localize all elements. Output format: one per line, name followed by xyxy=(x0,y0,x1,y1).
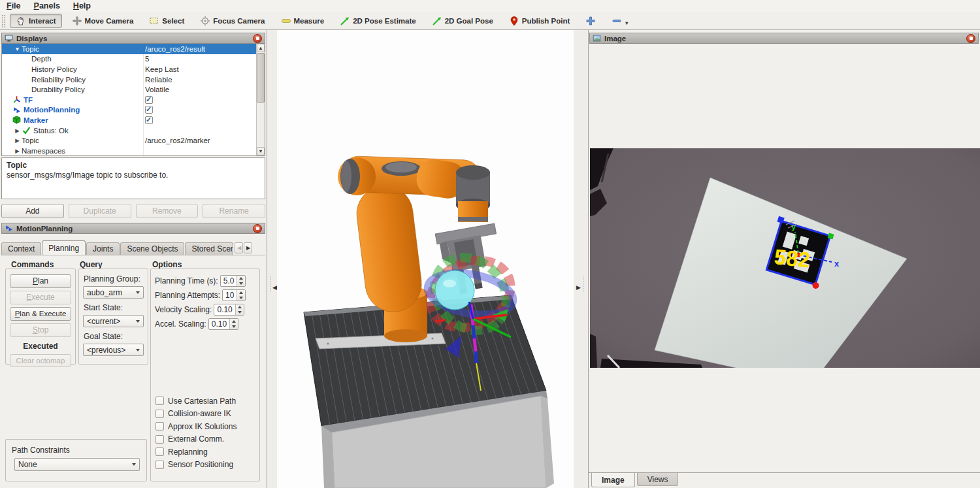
image-panel-header[interactable]: Image xyxy=(589,33,979,44)
spinner-arrows[interactable] xyxy=(237,276,245,286)
planning-attempts-row: Planning Attempts:10 xyxy=(155,289,255,301)
dropdown-caret-icon[interactable]: ▾ xyxy=(625,20,628,26)
tool-2d-pose-estimate[interactable]: 2D Pose Estimate xyxy=(334,14,422,28)
tree-row-status-ok[interactable]: ▶Status: Ok xyxy=(2,125,256,136)
menu-panels[interactable]: Panels xyxy=(33,1,67,11)
spinner-arrows[interactable] xyxy=(237,290,245,301)
tool-focus-camera[interactable]: Focus Camera xyxy=(194,14,270,28)
accel-scaling-spinner[interactable]: 0.10 xyxy=(208,318,238,330)
tree-row-durability-policy[interactable]: Durability PolicyVolatile xyxy=(2,84,256,95)
tab-joints[interactable]: Joints xyxy=(86,242,120,255)
path-constraints-combo[interactable]: None xyxy=(14,458,140,471)
enabled-checkbox[interactable] xyxy=(145,116,153,124)
collapse-left-arrow-icon[interactable]: ◀ xyxy=(272,284,277,291)
rename-button[interactable]: Rename xyxy=(203,204,265,218)
tool-2d-goal-pose[interactable]: 2D Goal Pose xyxy=(426,14,499,28)
spin-up-icon[interactable] xyxy=(237,276,245,281)
add-button[interactable]: Add xyxy=(1,204,64,218)
planning-attempts-spinner[interactable]: 10 xyxy=(222,289,246,301)
use-cartesian-path-checkbox[interactable] xyxy=(155,397,164,405)
menu-help[interactable]: Help xyxy=(72,1,97,11)
plan-button[interactable]: Plan xyxy=(10,274,71,288)
image-close-button[interactable] xyxy=(966,34,975,43)
motionplanning-panel-header[interactable]: MotionPlanning xyxy=(1,223,265,234)
start-state-combo[interactable]: <current> xyxy=(83,315,144,327)
planning-group-label: Planning Group: xyxy=(84,274,144,284)
tool-publish-point[interactable]: Publish Point xyxy=(503,14,576,28)
spinner-arrows[interactable] xyxy=(235,304,244,315)
property-help-title: Topic xyxy=(7,161,260,170)
tab-context[interactable]: Context xyxy=(1,242,41,255)
external-comm-checkbox[interactable] xyxy=(155,435,164,444)
enabled-checkbox[interactable] xyxy=(145,96,153,104)
spin-down-icon[interactable] xyxy=(237,281,245,286)
tool-move-camera[interactable]: Move Camera xyxy=(66,14,140,28)
external-comm-checkbox-row: External Comm. xyxy=(155,435,237,444)
tree-row-topic[interactable]: ▶Topic/aruco_ros2/marker xyxy=(2,135,256,146)
tree-row-motionplanning[interactable]: MotionPlanning xyxy=(2,105,256,116)
displays-panel-header[interactable]: Displays xyxy=(1,33,265,44)
tab-planning[interactable]: Planning xyxy=(42,240,86,255)
execute-button[interactable]: Execute xyxy=(10,291,71,304)
expander-closed-icon[interactable]: ▶ xyxy=(13,127,22,134)
left-splitter[interactable]: ◀ xyxy=(267,30,277,488)
bottom-tab-image[interactable]: Image xyxy=(591,473,635,487)
stop-button[interactable]: Stop xyxy=(10,323,71,337)
displays-close-button[interactable] xyxy=(253,34,262,43)
spin-up-icon[interactable] xyxy=(236,304,244,310)
tool-add-tool-icon[interactable] xyxy=(580,14,602,28)
3d-viewport[interactable] xyxy=(277,30,574,488)
tool-label: 2D Pose Estimate xyxy=(353,17,416,25)
tab-scroll-right-icon[interactable]: ▶ xyxy=(244,242,252,253)
tree-row-tf[interactable]: TF xyxy=(2,95,256,105)
sensor-positioning-checkbox[interactable] xyxy=(155,461,164,469)
tree-row-reliability-policy[interactable]: Reliability PolicyReliable xyxy=(2,74,256,85)
tree-row-namespaces[interactable]: ▶Namespaces xyxy=(2,146,256,156)
tool-select[interactable]: Select xyxy=(143,14,190,28)
spinner-arrows[interactable] xyxy=(229,319,238,329)
expander-closed-icon[interactable]: ▶ xyxy=(13,137,22,144)
tree-row-topic[interactable]: ▼Topic/aruco_ros2/result xyxy=(2,44,256,54)
collision-aware-ik-checkbox[interactable] xyxy=(155,410,164,418)
spin-up-icon[interactable] xyxy=(230,319,238,324)
clear-octomap-button[interactable]: Clear octomap xyxy=(10,354,71,367)
right-splitter[interactable]: ▶ xyxy=(574,30,588,488)
tree-value: /aruco_ros2/result xyxy=(145,45,205,53)
spin-down-icon[interactable] xyxy=(230,324,238,329)
tree-row-depth[interactable]: Depth5 xyxy=(2,54,256,65)
tree-row-marker[interactable]: Marker xyxy=(2,115,256,125)
displays-tree-scrollbar[interactable]: ▲ ▼ xyxy=(256,44,265,155)
tool-remove-tool-icon[interactable]: ▾ xyxy=(606,14,634,28)
spinner-label: Planning Time (s): xyxy=(155,276,218,285)
image-icon xyxy=(593,34,601,42)
tool-interact[interactable]: Interact xyxy=(10,14,62,28)
tab-stored-scene[interactable]: Stored Scene xyxy=(185,242,233,255)
scrollbar-thumb[interactable] xyxy=(257,53,265,103)
tab-scene-objects[interactable]: Scene Objects xyxy=(120,242,184,255)
enabled-checkbox[interactable] xyxy=(145,106,153,114)
expander-closed-icon[interactable]: ▶ xyxy=(13,148,22,154)
scroll-up-arrow-icon[interactable]: ▲ xyxy=(257,44,265,52)
plan-execute-button[interactable]: Plan & Execute xyxy=(10,307,71,321)
tab-scroll-left-icon[interactable]: ◀ xyxy=(235,242,243,253)
collapse-right-arrow-icon[interactable]: ▶ xyxy=(576,284,581,291)
toolbar-drag-handle[interactable] xyxy=(1,14,6,27)
bottom-tab-views[interactable]: Views xyxy=(637,473,679,486)
remove-button[interactable]: Remove xyxy=(136,204,199,218)
duplicate-button[interactable]: Duplicate xyxy=(69,204,131,218)
tool-measure[interactable]: Measure xyxy=(275,14,331,28)
tree-row-history-policy[interactable]: History PolicyKeep Last xyxy=(2,64,256,74)
planning-time-s-spinner[interactable]: 5.0 xyxy=(220,275,246,287)
goal-state-combo[interactable]: <previous> xyxy=(83,344,144,356)
spin-down-icon[interactable] xyxy=(237,295,245,301)
planning-group-combo[interactable]: aubo_arm xyxy=(83,286,144,299)
motionplanning-close-button[interactable] xyxy=(253,224,262,233)
menu-file[interactable]: File xyxy=(5,1,27,11)
spin-down-icon[interactable] xyxy=(236,310,244,315)
scroll-down-arrow-icon[interactable]: ▼ xyxy=(257,147,265,155)
spin-up-icon[interactable] xyxy=(237,290,245,295)
approx-ik-solutions-checkbox[interactable] xyxy=(155,422,164,431)
replanning-checkbox[interactable] xyxy=(155,447,164,456)
expander-open-icon[interactable]: ▼ xyxy=(13,46,22,52)
velocity-scaling-spinner[interactable]: 0.10 xyxy=(214,304,244,316)
